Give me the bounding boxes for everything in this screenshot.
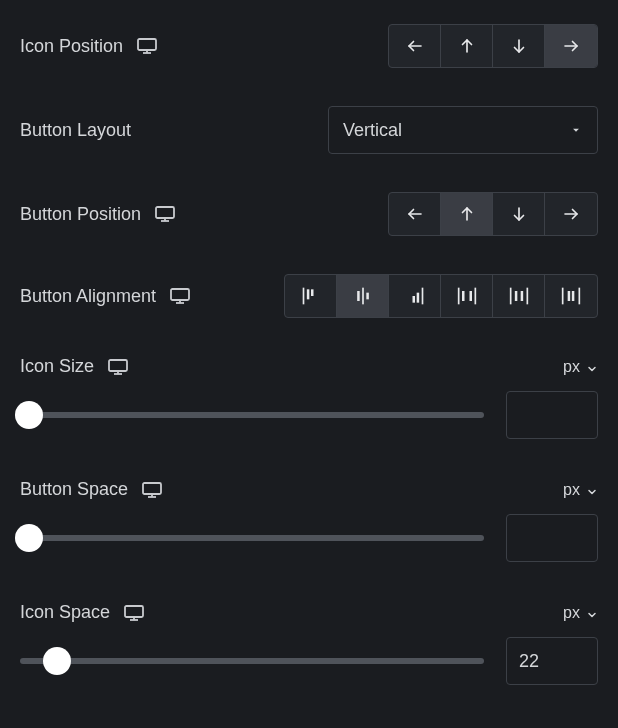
icon-position-left[interactable]	[389, 25, 441, 67]
button-position-right[interactable]	[545, 193, 597, 235]
svg-rect-18	[306, 289, 309, 299]
svg-rect-19	[311, 289, 314, 296]
align-flex-end[interactable]	[389, 275, 441, 317]
svg-rect-14	[171, 289, 189, 300]
icon-space-label: Icon Space	[20, 602, 110, 623]
arrow-down-icon	[510, 205, 528, 223]
svg-rect-22	[366, 293, 369, 300]
chevron-down-icon	[569, 123, 583, 137]
svg-rect-17	[302, 288, 304, 305]
svg-rect-35	[579, 288, 581, 305]
button-space-label: Button Space	[20, 479, 128, 500]
align-space-around[interactable]	[493, 275, 545, 317]
svg-rect-37	[572, 291, 575, 301]
align-evenly-icon	[561, 287, 581, 305]
align-end-icon	[405, 287, 425, 305]
icon-size-unit: px	[563, 358, 580, 376]
icon-size-slider-thumb[interactable]	[15, 401, 43, 429]
desktop-icon[interactable]	[142, 482, 162, 498]
button-position-left[interactable]	[389, 193, 441, 235]
desktop-icon[interactable]	[108, 359, 128, 375]
svg-rect-27	[474, 288, 476, 305]
arrow-right-icon	[562, 205, 580, 223]
icon-position-up[interactable]	[441, 25, 493, 67]
svg-rect-25	[412, 296, 415, 303]
svg-rect-33	[520, 291, 523, 301]
align-center[interactable]	[337, 275, 389, 317]
desktop-icon[interactable]	[155, 206, 175, 222]
svg-rect-34	[562, 288, 564, 305]
svg-rect-32	[514, 291, 517, 301]
arrow-left-icon	[406, 37, 424, 55]
button-space-slider-thumb[interactable]	[15, 524, 43, 552]
icon-space-unit-select[interactable]: px	[563, 604, 598, 622]
icon-size-slider-row	[20, 391, 598, 439]
icon-space-slider[interactable]	[20, 658, 484, 664]
icon-position-right[interactable]	[545, 25, 597, 67]
align-space-between[interactable]	[441, 275, 493, 317]
icon-size-label: Icon Size	[20, 356, 94, 377]
button-space-unit: px	[563, 481, 580, 499]
button-layout-row: Button Layout Vertical	[20, 106, 598, 154]
button-alignment-label: Button Alignment	[20, 286, 156, 307]
icon-size-slider[interactable]	[20, 412, 484, 418]
svg-rect-26	[457, 288, 459, 305]
arrow-left-icon	[406, 205, 424, 223]
align-between-icon	[457, 287, 477, 305]
svg-rect-36	[568, 291, 571, 301]
button-space-slider[interactable]	[20, 535, 484, 541]
icon-space-input[interactable]	[506, 637, 598, 685]
button-space-label-group: Button Space	[20, 479, 162, 500]
button-layout-select[interactable]: Vertical	[328, 106, 598, 154]
button-layout-value: Vertical	[343, 120, 402, 141]
button-space-input[interactable]	[506, 514, 598, 562]
align-start-icon	[301, 287, 321, 305]
chevron-down-icon	[586, 361, 598, 373]
align-space-evenly[interactable]	[545, 275, 597, 317]
align-around-icon	[509, 287, 529, 305]
button-position-row: Button Position	[20, 192, 598, 236]
chevron-down-icon	[586, 607, 598, 619]
button-position-up[interactable]	[441, 193, 493, 235]
svg-rect-44	[125, 606, 143, 617]
desktop-icon[interactable]	[124, 605, 144, 621]
icon-space-header: Icon Space px	[20, 602, 598, 623]
arrow-down-icon	[510, 37, 528, 55]
button-layout-label: Button Layout	[20, 120, 131, 141]
button-space-slider-row	[20, 514, 598, 562]
chevron-down-icon	[586, 484, 598, 496]
icon-space-unit: px	[563, 604, 580, 622]
button-position-down[interactable]	[493, 193, 545, 235]
svg-rect-20	[362, 288, 364, 305]
align-flex-start[interactable]	[285, 275, 337, 317]
button-space-unit-select[interactable]: px	[563, 481, 598, 499]
button-space-header: Button Space px	[20, 479, 598, 500]
button-alignment-buttons	[284, 274, 598, 318]
svg-rect-38	[109, 360, 127, 371]
icon-position-label: Icon Position	[20, 36, 123, 57]
svg-rect-21	[357, 291, 360, 301]
svg-rect-23	[421, 288, 423, 305]
icon-position-label-group: Icon Position	[20, 36, 157, 57]
button-alignment-label-group: Button Alignment	[20, 286, 190, 307]
icon-position-buttons	[388, 24, 598, 68]
align-center-icon	[353, 287, 373, 305]
svg-rect-31	[526, 288, 528, 305]
icon-space-slider-thumb[interactable]	[43, 647, 71, 675]
icon-size-input[interactable]	[506, 391, 598, 439]
desktop-icon[interactable]	[170, 288, 190, 304]
button-position-label-group: Button Position	[20, 204, 175, 225]
icon-position-down[interactable]	[493, 25, 545, 67]
icon-space-label-group: Icon Space	[20, 602, 144, 623]
icon-space-slider-row	[20, 637, 598, 685]
icon-position-row: Icon Position	[20, 24, 598, 68]
arrow-up-icon	[458, 37, 476, 55]
svg-rect-7	[156, 207, 174, 218]
svg-rect-28	[462, 291, 465, 301]
svg-rect-24	[416, 293, 419, 303]
icon-size-header: Icon Size px	[20, 356, 598, 377]
button-alignment-row: Button Alignment	[20, 274, 598, 318]
icon-size-unit-select[interactable]: px	[563, 358, 598, 376]
arrow-right-icon	[562, 37, 580, 55]
desktop-icon[interactable]	[137, 38, 157, 54]
